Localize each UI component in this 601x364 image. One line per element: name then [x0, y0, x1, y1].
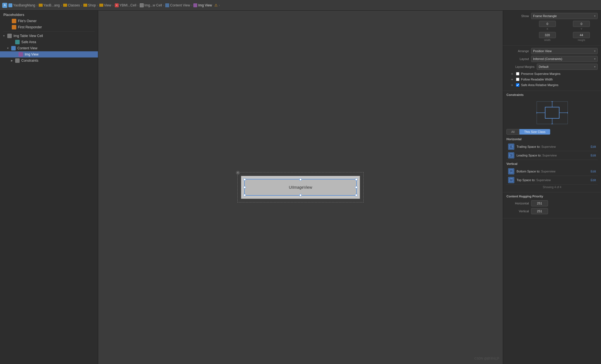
rp-y-input[interactable]: [573, 21, 590, 27]
right-panel: Show Frame Rectangle X Y: [503, 11, 601, 364]
close-btn[interactable]: ✕: [236, 171, 240, 175]
rp-layout-margins-row: Layout Margins Default: [506, 64, 598, 70]
handle-bl[interactable]: [244, 194, 246, 196]
rp-layout-margins-select[interactable]: Default: [537, 64, 598, 70]
sidebar-item-first-responder[interactable]: First Responder: [0, 24, 98, 30]
tab-this-size-class[interactable]: This Size Class: [519, 129, 550, 135]
bottom-edit-btn[interactable]: Edit: [591, 170, 596, 173]
sidebar-item-files-owner[interactable]: File's Owner: [0, 18, 98, 24]
sidebar-item-safe-area[interactable]: Safe Area: [0, 39, 98, 45]
horizontal-title: Horizontal: [506, 137, 598, 141]
top-edit-btn[interactable]: Edit: [591, 178, 596, 182]
svg-rect-1: [545, 107, 559, 118]
handle-tc[interactable]: [299, 178, 302, 181]
rp-x-label: X: [547, 27, 548, 30]
leading-constraint-icon: [508, 152, 514, 158]
img-table-cell-label: Img Table View Cell: [13, 34, 43, 38]
rp-y-group: Y: [565, 21, 598, 30]
breadcrumb-shop[interactable]: Shop: [83, 3, 96, 7]
handle-bc[interactable]: [299, 194, 302, 196]
safe-area-icon: [15, 40, 20, 44]
rp-layout-label: Layout: [506, 57, 529, 61]
tree-arrow-content-view[interactable]: [6, 47, 10, 50]
rp-horizontal-hugging-row: Horizontal: [506, 200, 598, 206]
plus-follow[interactable]: +: [510, 77, 514, 82]
plus-preserve[interactable]: +: [510, 72, 514, 76]
leading-constraint-text: Leading Space to: Superview: [517, 154, 588, 157]
sidebar-item-img-table-view-cell[interactable]: Img Table View Cell: [0, 33, 98, 39]
top-constraint-text: Top Space to: Superview: [517, 178, 588, 182]
rp-x-group: X: [531, 21, 564, 30]
breadcrumb-classes[interactable]: Classes: [63, 3, 80, 7]
rp-preserve-checkbox[interactable]: [516, 72, 519, 75]
rp-preserve-row: + Preserve Superview Margins: [509, 72, 598, 76]
rp-arrange-select[interactable]: Position View: [531, 48, 598, 54]
rp-show-section: Show Frame Rectangle X Y: [503, 11, 601, 46]
files-owner-icon: [12, 19, 16, 23]
breadcrumb-view[interactable]: View: [99, 3, 111, 7]
rp-layout-row: Layout Inferred (Constraints): [506, 56, 598, 62]
leading-edit-btn[interactable]: Edit: [591, 154, 596, 157]
handle-ml[interactable]: [244, 186, 246, 188]
rp-xy-row: X Y: [506, 21, 598, 30]
constraint-leading: Leading Space to: Superview Edit: [506, 151, 598, 160]
constraint-top: Top Space to: Superview Edit: [506, 176, 598, 185]
first-responder-label: First Responder: [18, 25, 42, 29]
view-icon: [165, 3, 169, 7]
rp-follow-checkbox[interactable]: [516, 78, 519, 81]
content-view-canvas: UIImageView: [241, 176, 360, 199]
rp-arrange-row: Arrange Position View: [506, 48, 598, 54]
tree-arrow-constraints[interactable]: [10, 59, 13, 62]
constraint-bottom: Bottom Space to: Superview Edit: [506, 167, 598, 176]
warning-icon: ⚠: [214, 3, 218, 7]
breadcrumb-ybmi-cell[interactable]: ✕ YBMI...Cell: [115, 3, 136, 7]
rp-width-input[interactable]: [539, 32, 556, 38]
handle-br[interactable]: [355, 194, 357, 196]
rp-horizontal-hugging-label: Horizontal: [506, 202, 529, 205]
breadcrumb-imgw-cell[interactable]: Img...w Cell: [140, 3, 162, 7]
sidebar-item-content-view[interactable]: Content View: [0, 45, 98, 51]
rp-x-input[interactable]: [539, 21, 556, 27]
breadcrumb-content-view[interactable]: Content View: [165, 3, 190, 7]
tab-all[interactable]: All: [506, 129, 519, 135]
rp-height-input[interactable]: [573, 32, 590, 38]
sidebar-item-constraints[interactable]: Constraints: [0, 57, 98, 64]
breadcrumb-yaobangmang[interactable]: YaoBangMang: [8, 3, 35, 7]
rp-constraints-section: Constraints: [503, 91, 601, 192]
imgview-icon-nav: [193, 3, 197, 7]
rp-arrange-section: Arrange Position View Layout Inferred (C…: [503, 46, 601, 91]
cell-container: ✕ UIImageView: [237, 172, 364, 202]
sidebar-item-img-view[interactable]: Img View: [0, 51, 98, 57]
safe-area-label: Safe Area: [21, 40, 36, 44]
rp-layout-select[interactable]: Inferred (Constraints): [531, 56, 598, 62]
main-area: Placeholders File's Owner First Responde…: [0, 11, 601, 364]
content-view-icon: [11, 46, 16, 50]
rp-horizontal-hugging-input[interactable]: [531, 200, 548, 206]
rp-safe-area-checkbox[interactable]: [516, 83, 519, 87]
handle-mr[interactable]: [355, 186, 357, 188]
tree-arrow-img-table-view-cell[interactable]: [2, 34, 6, 38]
bottom-constraint-icon: [508, 168, 514, 174]
img-view-box[interactable]: UIImageView: [244, 179, 357, 196]
rp-layout-select-wrapper: Inferred (Constraints): [531, 56, 598, 62]
breadcrumb-img-view[interactable]: Img View: [193, 3, 212, 7]
sidebar-divider: [3, 31, 95, 32]
constraints-svg: [535, 100, 569, 125]
rp-width-label: Width: [544, 39, 550, 42]
handle-tr[interactable]: [355, 178, 357, 181]
rp-vertical-hugging-input[interactable]: [531, 208, 548, 214]
constraints-diagram: [506, 99, 598, 127]
rp-show-row: Show Frame Rectangle: [506, 13, 598, 19]
rp-preserve-label: Preserve Superview Margins: [521, 72, 561, 75]
placeholders-header: Placeholders: [0, 11, 98, 18]
rp-show-select[interactable]: Frame Rectangle: [531, 13, 598, 19]
trailing-edit-btn[interactable]: Edit: [591, 145, 596, 148]
breadcrumb-yaob-ang[interactable]: YaoB...ang: [39, 3, 60, 7]
handle-tl[interactable]: [244, 178, 246, 181]
xib-icon: ✕: [115, 3, 119, 7]
nav-forward-btn[interactable]: ›: [219, 3, 220, 7]
plus-safe-area[interactable]: +: [510, 83, 514, 87]
content-view-label: Content View: [17, 46, 37, 50]
constraints-tabs: All This Size Class: [506, 129, 598, 135]
rp-hugging-section: Content Hugging Priority Horizontal Vert…: [503, 192, 601, 218]
